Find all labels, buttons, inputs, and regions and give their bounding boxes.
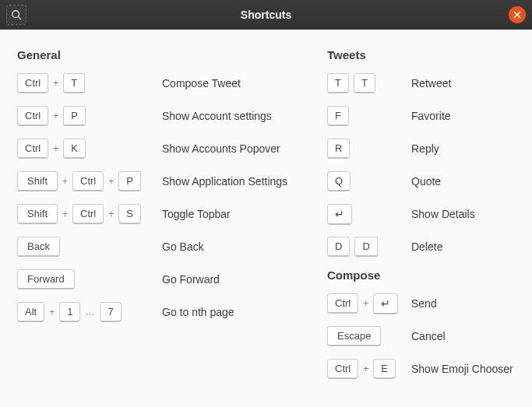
shortcut-desc: Show Accounts Popover <box>162 142 280 155</box>
key-combo: Alt + 1 … 7 <box>17 302 162 322</box>
key-combo: D D <box>327 237 411 257</box>
shortcut-desc: Retweet <box>411 77 451 89</box>
svg-line-1 <box>19 17 22 20</box>
column-general: General Ctrl + T Compose Tweet Ctrl + P … <box>17 44 305 391</box>
shortcut-row: Back Go Back <box>17 236 305 258</box>
key-combo: R <box>327 139 411 159</box>
plus: + <box>53 143 58 154</box>
key-combo: F <box>327 106 411 126</box>
key: Shift <box>17 204 58 224</box>
section-title-compose: Compose <box>327 268 515 282</box>
key: D <box>327 237 350 257</box>
shortcut-desc: Delete <box>411 240 442 253</box>
key: 1 <box>59 302 80 322</box>
key: R <box>327 139 350 159</box>
key: Ctrl <box>17 139 48 159</box>
close-button[interactable] <box>509 6 526 23</box>
shortcut-row: Ctrl + T Compose Tweet <box>17 72 305 94</box>
plus: + <box>108 209 114 219</box>
shortcut-desc: Favorite <box>411 110 451 122</box>
plus: + <box>53 111 58 121</box>
enter-icon: ↵ <box>381 298 390 309</box>
content: General Ctrl + T Compose Tweet Ctrl + P … <box>0 30 532 405</box>
shortcut-row: R Reply <box>327 138 515 160</box>
shortcut-row: Ctrl + K Show Accounts Popover <box>17 138 305 160</box>
shortcut-desc: Go Back <box>162 240 204 253</box>
shortcut-desc: Go Forward <box>162 273 220 286</box>
key-combo: Back <box>17 237 162 257</box>
key: Forward <box>17 269 75 289</box>
key: K <box>63 139 86 159</box>
key: Ctrl <box>17 106 48 126</box>
key: T <box>63 73 85 93</box>
search-button[interactable] <box>6 5 26 25</box>
key: Alt <box>17 302 44 322</box>
key: Ctrl <box>17 73 48 93</box>
shortcut-row: T T Retweet <box>327 72 515 94</box>
window-title: Shortcuts <box>0 9 532 21</box>
shortcut-row: Alt + 1 … 7 Go to nth page <box>17 301 305 323</box>
shortcut-desc: Compose Tweet <box>162 77 241 89</box>
key: 7 <box>100 302 121 322</box>
key-combo: ↵ <box>327 204 411 225</box>
titlebar: Shortcuts <box>0 0 532 30</box>
shortcut-desc: Show Emoji Chooser <box>411 363 513 375</box>
key: S <box>118 204 141 224</box>
key-combo: Shift + Ctrl + S <box>17 204 162 224</box>
plus: + <box>363 298 368 309</box>
range-dots: … <box>85 307 95 318</box>
key-combo: Ctrl + T <box>17 73 162 93</box>
key: Ctrl <box>72 171 104 191</box>
key: Ctrl <box>72 204 104 224</box>
plus: + <box>62 176 68 187</box>
key-combo: Ctrl + K <box>17 139 162 159</box>
plus: + <box>62 209 68 219</box>
shortcut-row: Shift + Ctrl + S Toggle Topbar <box>17 203 305 225</box>
key-combo: Shift + Ctrl + P <box>17 171 162 191</box>
shortcut-row: F Favorite <box>327 105 515 127</box>
section-title-tweets: Tweets <box>327 48 515 61</box>
shortcut-row: ↵ Show Details <box>327 203 515 225</box>
key: Escape <box>327 326 381 346</box>
shortcut-desc: Go to nth page <box>162 306 234 318</box>
shortcut-row: Ctrl + ↵ Send <box>327 293 515 314</box>
key-combo: Ctrl + ↵ <box>327 293 411 314</box>
shortcut-row: Forward Go Forward <box>17 268 305 290</box>
key: D <box>354 237 377 257</box>
key: Back <box>17 237 60 257</box>
shortcut-row: Q Quote <box>327 170 515 192</box>
key-combo: Escape <box>327 326 411 346</box>
enter-icon: ↵ <box>335 209 344 219</box>
shortcut-desc: Cancel <box>411 330 446 342</box>
shortcut-desc: Show Details <box>411 208 475 220</box>
key: T <box>354 73 375 93</box>
key-combo: Ctrl + E <box>327 359 411 379</box>
shortcut-desc: Reply <box>411 142 439 155</box>
key: P <box>63 106 86 126</box>
shortcut-desc: Show Account settings <box>162 110 272 122</box>
column-right: Tweets T T Retweet F Favorite R Reply Q <box>327 44 515 391</box>
key: Shift <box>17 171 58 191</box>
search-icon <box>11 9 22 20</box>
plus: + <box>53 78 58 89</box>
key: Ctrl <box>327 293 358 314</box>
shortcut-row: Ctrl + P Show Account settings <box>17 105 305 127</box>
svg-point-0 <box>12 11 19 18</box>
key: E <box>373 359 396 379</box>
key-combo: Ctrl + P <box>17 106 162 126</box>
key: T <box>327 73 349 93</box>
shortcut-desc: Toggle Topbar <box>162 208 231 220</box>
section-title-general: General <box>17 48 305 61</box>
shortcut-row: D D Delete <box>327 236 515 258</box>
shortcut-desc: Quote <box>411 175 441 188</box>
key-enter: ↵ <box>373 293 398 314</box>
shortcut-desc: Show Application Settings <box>162 175 287 188</box>
key: F <box>327 106 349 126</box>
key-combo: Q <box>327 171 411 191</box>
key: Ctrl <box>327 359 358 379</box>
shortcut-row: Shift + Ctrl + P Show Application Settin… <box>17 170 305 192</box>
key-enter: ↵ <box>327 204 352 225</box>
key: P <box>118 171 141 191</box>
plus: + <box>49 307 55 318</box>
close-icon <box>513 11 521 19</box>
